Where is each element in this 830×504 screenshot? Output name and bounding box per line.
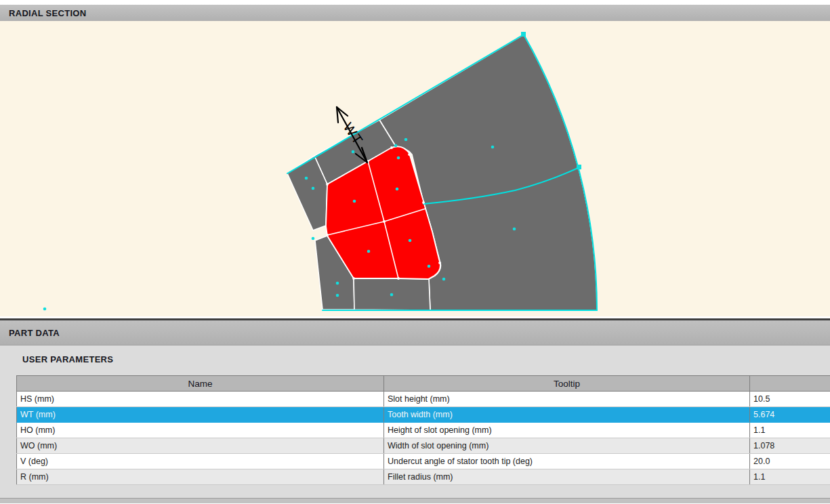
window-top-gap xyxy=(0,0,830,5)
param-tooltip[interactable]: Width of slot opening (mm) xyxy=(384,438,750,454)
param-tooltip[interactable]: Tooth width (mm) xyxy=(384,407,750,423)
column-header-name[interactable]: Name xyxy=(17,376,384,392)
user-parameters-title: USER PARAMETERS xyxy=(22,354,113,364)
table-header-row: Name Tooltip xyxy=(17,376,830,392)
radial-section-viewport[interactable]: WT xyxy=(0,21,830,316)
param-tooltip[interactable]: Height of slot opening (mm) xyxy=(384,423,750,438)
param-tooltip[interactable]: Undercut angle of stator tooth tip (deg) xyxy=(384,454,750,469)
next-section-edge xyxy=(0,498,830,503)
part-data-title: PART DATA xyxy=(9,328,60,338)
part-data-titlebar[interactable]: PART DATA xyxy=(0,320,830,345)
table-row[interactable]: HO (mm) Height of slot opening (mm) 1.1 xyxy=(17,423,830,438)
param-name[interactable]: WT (mm) xyxy=(17,407,384,423)
column-header-value[interactable] xyxy=(750,376,830,392)
radial-section-titlebar[interactable]: RADIAL SECTION xyxy=(0,5,830,21)
param-tooltip[interactable]: Fillet radius (mm) xyxy=(384,469,750,485)
param-name[interactable]: V (deg) xyxy=(17,454,384,469)
param-value[interactable]: 1.1 xyxy=(750,423,830,438)
radial-section-title: RADIAL SECTION xyxy=(9,8,86,18)
param-value[interactable]: 20.0 xyxy=(750,454,830,469)
param-value[interactable]: 10.5 xyxy=(750,392,830,407)
table-row-selected[interactable]: WT (mm) Tooth width (mm) 5.674 xyxy=(17,407,830,423)
table-row[interactable]: HS (mm) Slot height (mm) 10.5 xyxy=(17,392,830,407)
table-row[interactable]: R (mm) Fillet radius (mm) 1.1 xyxy=(17,469,830,485)
param-name[interactable]: HO (mm) xyxy=(17,423,384,438)
param-name[interactable]: R (mm) xyxy=(17,469,384,485)
param-value[interactable]: 1.078 xyxy=(750,438,830,454)
user-parameters-table-wrap: Name Tooltip HS (mm) Slot height (mm) 10… xyxy=(16,375,830,485)
param-value[interactable]: 5.674 xyxy=(750,407,830,423)
table-row[interactable]: WO (mm) Width of slot opening (mm) 1.078 xyxy=(17,438,830,454)
stator-slot-drawing[interactable]: WT xyxy=(0,21,830,316)
param-name[interactable]: HS (mm) xyxy=(17,392,384,407)
part-data-panel: USER PARAMETERS Name Tooltip HS (mm) Slo… xyxy=(0,345,830,503)
param-value[interactable]: 1.1 xyxy=(750,469,830,485)
table-row[interactable]: V (deg) Undercut angle of stator tooth t… xyxy=(17,454,830,469)
param-tooltip[interactable]: Slot height (mm) xyxy=(384,392,750,407)
user-parameters-table[interactable]: Name Tooltip HS (mm) Slot height (mm) 10… xyxy=(16,375,830,485)
param-name[interactable]: WO (mm) xyxy=(17,438,384,454)
column-header-tooltip[interactable]: Tooltip xyxy=(384,376,750,392)
